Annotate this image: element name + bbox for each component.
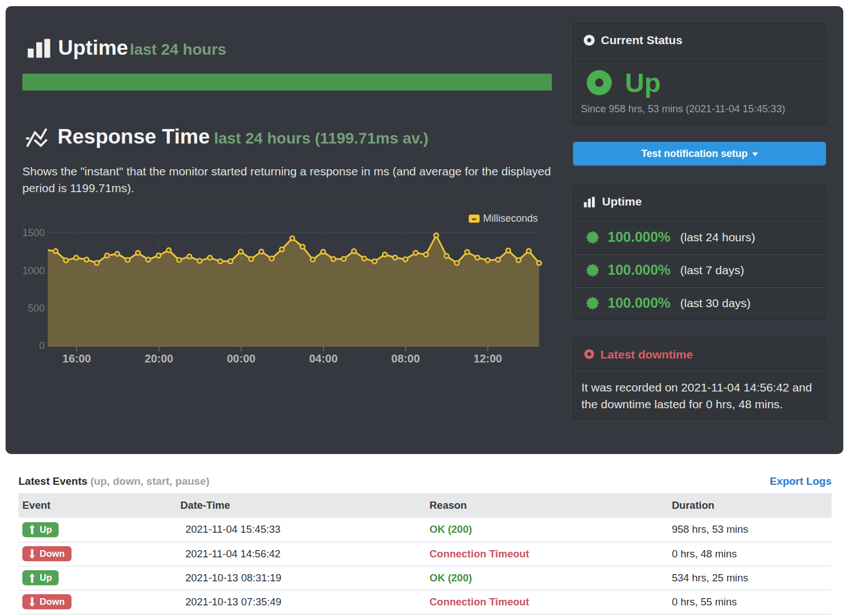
svg-text:0: 0 [39,340,45,351]
svg-text:12:00: 12:00 [474,352,502,365]
svg-text:500: 500 [28,303,45,314]
svg-text:1000: 1000 [22,265,45,276]
svg-text:1500: 1500 [22,227,45,238]
svg-text:00:00: 00:00 [227,352,255,365]
svg-text:20:00: 20:00 [145,352,173,365]
svg-text:04:00: 04:00 [309,352,337,365]
svg-text:08:00: 08:00 [391,352,420,365]
svg-text:16:00: 16:00 [63,352,91,365]
